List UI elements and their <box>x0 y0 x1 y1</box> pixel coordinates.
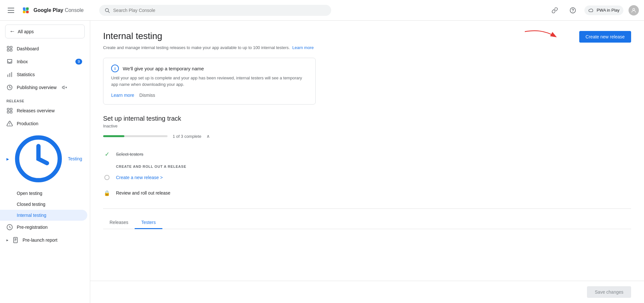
step-circle-icon <box>103 174 111 181</box>
step-select-testers-label: Select testers <box>116 152 143 157</box>
svg-rect-2 <box>26 7 29 10</box>
app-name-label: PWA in Play <box>597 8 620 13</box>
svg-rect-11 <box>10 46 12 48</box>
logo-icon <box>21 5 31 15</box>
tab-testers[interactable]: Testers <box>135 217 162 229</box>
save-changes-button[interactable]: Save changes <box>587 286 631 298</box>
link-icon <box>552 7 558 14</box>
layout: ← All apps Dashboard Inbox 9 <box>0 21 644 303</box>
step-review-rollout-label: Review and roll out release <box>116 190 170 196</box>
setup-title: Set up internal testing track <box>103 115 631 122</box>
info-box-header: i We'll give your app a temporary name <box>111 65 308 72</box>
progress-chevron-icon[interactable]: ∧ <box>207 134 210 139</box>
sidebar: ← All apps Dashboard Inbox 9 <box>0 21 90 303</box>
svg-point-8 <box>572 11 573 12</box>
pre-registration-icon <box>6 224 13 230</box>
svg-rect-10 <box>7 46 9 48</box>
statistics-label: Statistics <box>17 72 35 77</box>
step-create-release-label: Create a new release > <box>116 175 163 180</box>
step-select-testers: ✓ Select testers <box>103 146 631 162</box>
user-chip[interactable]: PWA in Play <box>584 5 623 15</box>
help-button[interactable] <box>566 4 579 17</box>
pre-launch-label: Pre-launch report <box>23 237 57 243</box>
tabs: Releases Testers <box>103 217 631 229</box>
closed-testing-label: Closed testing <box>17 202 45 207</box>
steps: ✓ Select testers Create and roll out a r… <box>103 146 631 201</box>
sidebar-item-internal-testing[interactable]: Internal testing <box>0 210 87 221</box>
release-section-label: Release <box>0 94 90 104</box>
sidebar-item-statistics[interactable]: Statistics <box>0 68 87 81</box>
progress-area: 1 of 3 complete ∧ <box>103 134 631 139</box>
setup-status: Inactive <box>103 124 631 128</box>
dashboard-label: Dashboard <box>17 46 39 51</box>
info-box-title: We'll give your app a temporary name <box>123 66 204 71</box>
sidebar-item-production[interactable]: Production <box>0 117 87 130</box>
testing-expand-icon: ▸ <box>6 156 9 162</box>
pre-launch-icon <box>12 237 19 243</box>
info-dismiss-button[interactable]: Dismiss <box>139 93 155 98</box>
sidebar-item-testing[interactable]: ▸ Testing <box>0 130 87 188</box>
progress-bar <box>103 135 168 137</box>
svg-rect-23 <box>10 111 12 113</box>
create-roll-section-label: Create and roll out a release <box>116 165 631 168</box>
svg-rect-13 <box>10 49 12 51</box>
sidebar-item-pre-launch[interactable]: ▸ Pre-launch report <box>0 234 87 247</box>
menu-button[interactable] <box>5 5 17 15</box>
sidebar-item-dashboard[interactable]: Dashboard <box>0 42 87 55</box>
publishing-icon <box>6 84 13 91</box>
svg-rect-14 <box>7 75 8 77</box>
footer-bar: Save changes <box>90 281 644 303</box>
search-bar[interactable] <box>99 5 331 16</box>
info-box-description: Until your app set up is complete and yo… <box>111 75 308 87</box>
step-create-release: Create a new release > <box>103 170 631 185</box>
topbar-left: Google Play Console <box>5 5 95 15</box>
all-apps-label: All apps <box>18 29 34 34</box>
back-arrow-icon: ← <box>9 28 15 35</box>
testing-icon <box>13 133 64 185</box>
info-learn-more-link[interactable]: Learn more <box>111 93 134 98</box>
cloud-icon <box>588 7 594 13</box>
arrow-annotation <box>522 28 560 45</box>
page-subtitle: Create and manage internal testing relea… <box>103 45 631 50</box>
mute-icon <box>62 85 67 90</box>
create-new-release-link[interactable]: Create a new release > <box>116 175 163 180</box>
page-header: Internal testing Create new release <box>103 31 631 43</box>
sidebar-item-closed-testing[interactable]: Closed testing <box>0 199 87 210</box>
svg-rect-20 <box>7 108 9 110</box>
inbox-badge: 9 <box>75 59 82 65</box>
search-icon <box>104 7 110 13</box>
all-apps-button[interactable]: ← All apps <box>5 25 85 38</box>
svg-point-25 <box>9 125 10 125</box>
header-actions: Create new release <box>579 31 631 43</box>
topbar: Google Play Console <box>0 0 644 21</box>
link-button[interactable] <box>548 4 561 17</box>
step-lock-icon: 🔒 <box>103 189 111 197</box>
sidebar-item-publishing[interactable]: Publishing overview <box>0 81 87 94</box>
logo-area: Google Play Console <box>21 5 84 15</box>
create-release-button[interactable]: Create new release <box>579 31 631 43</box>
sidebar-item-releases-overview[interactable]: Releases overview <box>0 104 87 117</box>
statistics-icon <box>6 71 13 78</box>
topbar-right: PWA in Play <box>548 4 639 17</box>
learn-more-link[interactable]: Learn more <box>292 45 313 50</box>
logo-text: Google Play Console <box>34 7 84 13</box>
tab-releases[interactable]: Releases <box>103 217 135 229</box>
info-box-actions: Learn more Dismiss <box>111 93 308 98</box>
svg-rect-21 <box>10 108 12 110</box>
publishing-label: Publishing overview <box>17 85 57 90</box>
sidebar-item-pre-registration[interactable]: Pre-registration <box>0 221 87 234</box>
sidebar-item-open-testing[interactable]: Open testing <box>0 188 87 199</box>
pre-launch-expand-icon: ▸ <box>6 238 8 242</box>
pre-registration-label: Pre-registration <box>17 225 48 230</box>
internal-testing-label: Internal testing <box>17 213 46 218</box>
production-icon <box>6 120 13 127</box>
sidebar-item-inbox[interactable]: Inbox 9 <box>0 55 87 68</box>
avatar[interactable] <box>629 5 639 15</box>
svg-rect-16 <box>11 72 12 77</box>
progress-text: 1 of 3 complete <box>173 134 201 139</box>
search-input[interactable] <box>113 8 326 13</box>
svg-rect-1 <box>23 7 25 10</box>
svg-rect-3 <box>23 11 25 13</box>
info-box: i We'll give your app a temporary name U… <box>103 58 316 105</box>
inbox-icon <box>6 58 13 65</box>
